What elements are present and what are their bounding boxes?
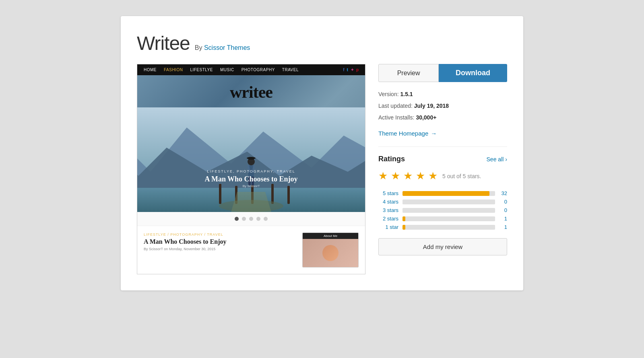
nav-home: HOME bbox=[144, 68, 157, 72]
bar-label-3[interactable]: 3 stars bbox=[378, 207, 398, 213]
svg-marker-10 bbox=[231, 192, 271, 212]
rating-bar-row-1: 5 stars32 bbox=[378, 190, 507, 196]
mock-sidebar-widget: About Me bbox=[302, 232, 359, 267]
stars-summary: ★ ★ ★ ★ ★ 5 out of 5 stars. bbox=[378, 170, 507, 182]
dot-4[interactable] bbox=[256, 217, 260, 221]
version-value: 1.5.1 bbox=[400, 91, 413, 97]
bar-label-2[interactable]: 4 stars bbox=[378, 199, 398, 205]
nav-lifestyle: LIFESTLYE bbox=[190, 68, 213, 72]
rating-bar-row-4: 2 stars1 bbox=[378, 216, 507, 222]
preview-button[interactable]: Preview bbox=[378, 64, 439, 82]
twitter-icon: t bbox=[347, 68, 348, 72]
ratings-heading: Ratings bbox=[378, 155, 405, 163]
rating-bars: 5 stars324 stars03 stars02 stars11 star1 bbox=[378, 190, 507, 230]
rating-bar-row-2: 4 stars0 bbox=[378, 199, 507, 205]
action-buttons: Preview Download bbox=[378, 64, 507, 82]
nav-travel: TRAVEL bbox=[282, 68, 299, 72]
preview-panel: HOME FASHION LIFESTLYE MUSIC PHOTOGRAPHY… bbox=[137, 64, 365, 274]
theme-name: Writee bbox=[137, 32, 190, 54]
bar-fill-5 bbox=[402, 225, 405, 230]
bar-label-1[interactable]: 5 stars bbox=[378, 190, 398, 196]
bar-label-4[interactable]: 2 stars bbox=[378, 216, 398, 222]
hero-post-title: A Man Who Chooses to Enjoy bbox=[204, 175, 297, 183]
bar-track-3 bbox=[402, 208, 495, 213]
bar-count-3: 0 bbox=[499, 207, 507, 213]
pinterest-icon: p bbox=[356, 68, 359, 72]
bar-count-2: 0 bbox=[499, 199, 507, 205]
hero-overlay: LIFESTLYE, PHOTOGRAPHY, TRAVEL A Man Who… bbox=[204, 169, 297, 188]
carousel-dots bbox=[137, 212, 365, 226]
nav-fashion: FASHION bbox=[164, 68, 183, 72]
facebook-icon: f bbox=[343, 68, 344, 72]
chevron-right-icon: › bbox=[505, 156, 507, 163]
add-review-button[interactable]: Add my review bbox=[378, 238, 507, 255]
mock-social: f t ✦ p bbox=[343, 68, 359, 72]
last-updated-value: July 19, 2018 bbox=[414, 103, 449, 109]
post-title: A Man Who Chooses to Enjoy bbox=[144, 238, 296, 245]
theme-preview-frame: HOME FASHION LIFESTLYE MUSIC PHOTOGRAPHY… bbox=[137, 64, 365, 274]
svg-point-18 bbox=[247, 157, 256, 159]
bar-track-4 bbox=[402, 216, 495, 221]
theme-detail-card: Writee By Scissor Themes HOME FASHION LI… bbox=[121, 16, 523, 290]
bar-fill-4 bbox=[402, 216, 405, 221]
nav-music: MUSIC bbox=[220, 68, 234, 72]
star-5: ★ bbox=[428, 170, 438, 182]
svg-rect-8 bbox=[287, 186, 290, 204]
version-row: Version: 1.5.1 bbox=[378, 90, 507, 99]
theme-homepage-link[interactable]: Theme Homepage → bbox=[378, 130, 437, 137]
instagram-icon: ✦ bbox=[351, 68, 354, 72]
download-button[interactable]: Download bbox=[439, 64, 507, 82]
meta-info: Version: 1.5.1 Last updated: July 19, 20… bbox=[378, 90, 507, 122]
hero-byline: By ScissorT bbox=[204, 184, 297, 188]
bar-count-4: 1 bbox=[499, 216, 507, 222]
star-3: ★ bbox=[403, 170, 413, 182]
star-4: ★ bbox=[416, 170, 425, 182]
mock-blog-title: writee bbox=[230, 82, 272, 102]
bar-count-5: 1 bbox=[499, 224, 507, 230]
theme-title-row: Writee By Scissor Themes bbox=[137, 32, 507, 54]
avatar-area bbox=[303, 239, 358, 267]
dot-5[interactable] bbox=[264, 217, 268, 221]
bar-count-1: 32 bbox=[499, 190, 507, 196]
bar-fill-1 bbox=[402, 191, 489, 196]
bar-track-2 bbox=[402, 200, 495, 204]
bar-track-5 bbox=[402, 225, 495, 230]
mock-nav-links: HOME FASHION LIFESTLYE MUSIC PHOTOGRAPHY… bbox=[144, 68, 299, 72]
ratings-section: Ratings See all › ★ ★ ★ ★ ★ 5 out of 5 s… bbox=[378, 146, 507, 255]
mock-footer: LIFESTLYE / PHOTOGRAPHY / TRAVEL A Man W… bbox=[137, 226, 365, 274]
rating-bar-row-5: 1 star1 bbox=[378, 224, 507, 230]
active-installs-value: 30,000+ bbox=[416, 114, 436, 121]
star-2: ★ bbox=[391, 170, 400, 182]
author-link[interactable]: Scissor Themes bbox=[204, 44, 250, 51]
info-panel: Preview Download Version: 1.5.1 Last upd… bbox=[378, 64, 507, 274]
nav-photography: PHOTOGRAPHY bbox=[242, 68, 275, 72]
bar-label-5[interactable]: 1 star bbox=[378, 224, 398, 230]
dot-3[interactable] bbox=[249, 217, 253, 221]
hero-background-svg bbox=[137, 107, 365, 212]
rating-bar-row-3: 3 stars0 bbox=[378, 207, 507, 213]
last-updated-row: Last updated: July 19, 2018 bbox=[378, 102, 507, 110]
mock-post-excerpt: LIFESTLYE / PHOTOGRAPHY / TRAVEL A Man W… bbox=[144, 232, 296, 267]
mock-hero: writee bbox=[137, 75, 365, 212]
ratings-header: Ratings See all › bbox=[378, 155, 507, 163]
post-byline: By ScissorT on Monday, November 30, 2015 bbox=[144, 247, 296, 251]
see-all-link[interactable]: See all › bbox=[487, 156, 507, 163]
mock-nav: HOME FASHION LIFESTLYE MUSIC PHOTOGRAPHY… bbox=[137, 64, 365, 75]
dot-2[interactable] bbox=[242, 217, 246, 221]
bar-track-1 bbox=[402, 191, 495, 196]
sidebar-label: About Me bbox=[303, 233, 358, 239]
post-categories: LIFESTLYE / PHOTOGRAPHY / TRAVEL bbox=[144, 232, 296, 237]
avatar bbox=[322, 245, 339, 261]
by-label: By Scissor Themes bbox=[195, 44, 250, 51]
star-1: ★ bbox=[378, 170, 388, 182]
main-content: HOME FASHION LIFESTLYE MUSIC PHOTOGRAPHY… bbox=[137, 64, 507, 274]
stars-text: 5 out of 5 stars. bbox=[442, 173, 481, 179]
active-installs-row: Active Installs: 30,000+ bbox=[378, 113, 507, 122]
hero-category: LIFESTLYE, PHOTOGRAPHY, TRAVEL bbox=[204, 169, 297, 173]
dot-1[interactable] bbox=[235, 217, 239, 221]
